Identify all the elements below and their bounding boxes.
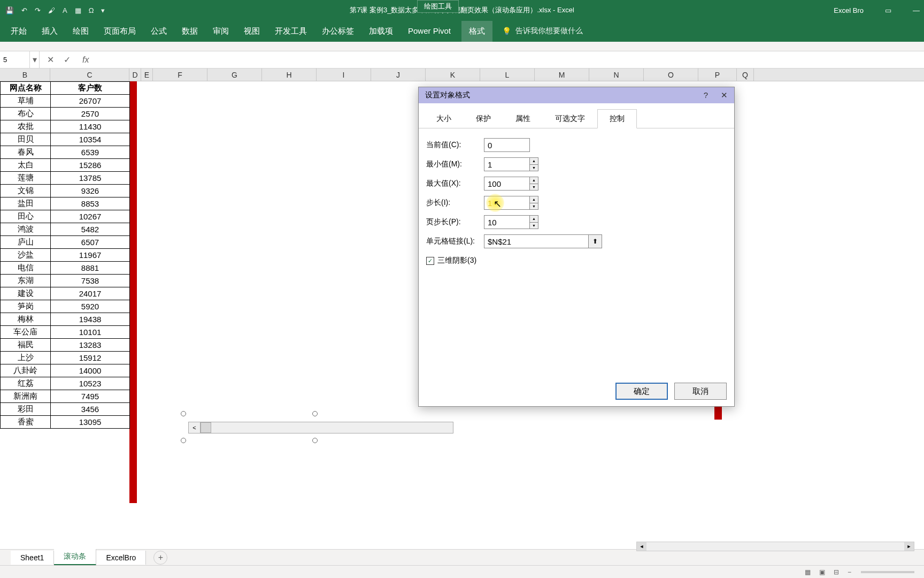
cell-name[interactable]: 田心 xyxy=(1,210,51,223)
shadow-checkbox[interactable]: ✓ xyxy=(426,257,434,265)
enter-formula-icon[interactable]: ✓ xyxy=(64,55,71,65)
tab-插入[interactable]: 插入 xyxy=(34,21,65,42)
table-row[interactable]: 建设24017 xyxy=(1,287,130,300)
tab-开发工具[interactable]: 开发工具 xyxy=(267,21,314,42)
formula-input[interactable] xyxy=(93,51,924,68)
cell-name[interactable]: 庐山 xyxy=(1,236,51,249)
spin-down-icon[interactable]: ▼ xyxy=(530,165,538,171)
name-box[interactable]: 5 xyxy=(0,51,30,68)
cell-name[interactable]: 鸿波 xyxy=(1,223,51,236)
min-spinner[interactable]: ▲▼ xyxy=(530,157,538,171)
tab-视图[interactable]: 视图 xyxy=(236,21,267,42)
min-value-input[interactable] xyxy=(484,157,530,171)
fx-icon[interactable]: fx xyxy=(78,55,93,65)
tab-办公标签[interactable]: 办公标签 xyxy=(314,21,361,42)
col-header[interactable]: F xyxy=(153,69,207,81)
border-icon[interactable]: ▦ xyxy=(75,6,81,14)
col-header[interactable]: G xyxy=(207,69,262,81)
scrollbar-thumb[interactable] xyxy=(201,422,211,433)
page-step-input[interactable] xyxy=(484,215,530,229)
cell-name[interactable]: 红荔 xyxy=(1,377,51,390)
user-name[interactable]: Excel Bro xyxy=(834,6,864,14)
cell-count[interactable]: 8881 xyxy=(51,262,130,275)
help-icon[interactable]: ? xyxy=(704,90,708,100)
cell-count[interactable]: 19438 xyxy=(51,313,130,326)
tab-加载项[interactable]: 加载项 xyxy=(361,21,401,42)
table-row[interactable]: 盐田8853 xyxy=(1,197,130,210)
table-row[interactable]: 梅林19438 xyxy=(1,313,130,326)
cell-name[interactable]: 太白 xyxy=(1,159,51,172)
cell-name[interactable]: 彩田 xyxy=(1,403,51,416)
current-value-input[interactable] xyxy=(484,138,530,152)
tab-页面布局[interactable]: 页面布局 xyxy=(96,21,143,42)
scroll-right-icon[interactable]: ► xyxy=(904,542,914,551)
col-header[interactable]: H xyxy=(262,69,317,81)
col-header[interactable]: E xyxy=(141,69,153,81)
dialog-tab-大小[interactable]: 大小 xyxy=(424,109,464,128)
cell-name[interactable]: 梅林 xyxy=(1,313,51,326)
cell-name[interactable]: 福民 xyxy=(1,339,51,352)
max-spinner[interactable]: ▲▼ xyxy=(530,177,538,191)
spin-up-icon[interactable]: ▲ xyxy=(530,158,538,165)
col-header[interactable]: P xyxy=(698,69,737,81)
cell-name[interactable]: 香蜜 xyxy=(1,416,51,429)
cell-count[interactable]: 13785 xyxy=(51,172,130,185)
page-spinner[interactable]: ▲▼ xyxy=(530,215,538,229)
scroll-left-arrow-icon[interactable]: < xyxy=(189,422,201,433)
cell-count[interactable]: 6539 xyxy=(51,146,130,159)
cell-count[interactable]: 24017 xyxy=(51,287,130,300)
table-row[interactable]: 春风6539 xyxy=(1,146,130,159)
scrollbar-form-control[interactable]: < xyxy=(181,411,453,443)
col-header[interactable]: K xyxy=(426,69,480,81)
selection-handle[interactable] xyxy=(181,438,186,443)
range-selector-icon[interactable]: ⬆ xyxy=(588,234,602,248)
step-input[interactable] xyxy=(484,196,530,210)
normal-view-icon[interactable]: ▦ xyxy=(802,567,814,577)
cell-count[interactable]: 14000 xyxy=(51,364,130,377)
cell-name[interactable]: 上沙 xyxy=(1,352,51,364)
cell-name[interactable]: 电信 xyxy=(1,262,51,275)
sheet-tab-滚动条[interactable]: 滚动条 xyxy=(54,549,96,566)
table-row[interactable]: 红荔10523 xyxy=(1,377,130,390)
cell-name[interactable]: 建设 xyxy=(1,287,51,300)
spin-down-icon[interactable]: ▼ xyxy=(530,203,538,210)
col-header[interactable]: D xyxy=(129,69,141,81)
table-row[interactable]: 文锦9326 xyxy=(1,185,130,197)
zoom-out-icon[interactable]: − xyxy=(844,567,854,577)
cell-count[interactable]: 5482 xyxy=(51,223,130,236)
dialog-tab-属性[interactable]: 属性 xyxy=(503,109,543,128)
table-row[interactable]: 太白15286 xyxy=(1,159,130,172)
tab-公式[interactable]: 公式 xyxy=(143,21,174,42)
table-row[interactable]: 莲塘13785 xyxy=(1,172,130,185)
cell-count[interactable]: 15912 xyxy=(51,352,130,364)
selection-handle[interactable] xyxy=(312,438,318,443)
zoom-slider[interactable] xyxy=(861,571,914,573)
spin-up-icon[interactable]: ▲ xyxy=(530,177,538,184)
table-row[interactable]: 草埔26707 xyxy=(1,95,130,108)
cell-count[interactable]: 6507 xyxy=(51,236,130,249)
col-header[interactable]: O xyxy=(644,69,698,81)
table-row[interactable]: 上沙15912 xyxy=(1,352,130,364)
table-row[interactable]: 香蜜13095 xyxy=(1,416,130,429)
minimize-icon[interactable]: — xyxy=(913,6,920,14)
tab-数据[interactable]: 数据 xyxy=(174,21,205,42)
table-row[interactable]: 新洲南7495 xyxy=(1,390,130,403)
cell-count[interactable]: 5920 xyxy=(51,300,130,313)
cell-name[interactable]: 沙盐 xyxy=(1,249,51,262)
table-row[interactable]: 笋岗5920 xyxy=(1,300,130,313)
table-row[interactable]: 八卦岭14000 xyxy=(1,364,130,377)
table-row[interactable]: 电信8881 xyxy=(1,262,130,275)
cell-name[interactable]: 车公庙 xyxy=(1,326,51,339)
cell-count[interactable]: 9326 xyxy=(51,185,130,197)
tell-me-search[interactable]: 💡 告诉我你想要做什么 xyxy=(502,26,583,36)
cell-name[interactable]: 草埔 xyxy=(1,95,51,108)
table-row[interactable]: 车公庙10101 xyxy=(1,326,130,339)
col-header[interactable]: B xyxy=(0,69,50,81)
cell-name[interactable]: 农批 xyxy=(1,120,51,133)
tab-开始[interactable]: 开始 xyxy=(3,21,34,42)
spin-up-icon[interactable]: ▲ xyxy=(530,196,538,203)
add-sheet-button[interactable]: + xyxy=(153,551,167,565)
dialog-titlebar[interactable]: 设置对象格式 ? ✕ xyxy=(419,87,734,103)
tab-Power Pivot[interactable]: Power Pivot xyxy=(401,21,458,42)
ok-button[interactable]: 确定 xyxy=(615,383,668,400)
